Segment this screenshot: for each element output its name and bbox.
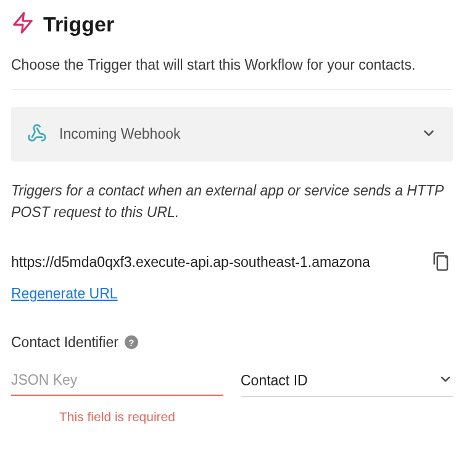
page-header: Trigger <box>11 11 453 37</box>
trigger-type-select[interactable]: Incoming Webhook <box>11 107 453 162</box>
copy-icon <box>432 263 450 274</box>
contact-identifier-label: Contact Identifier <box>11 334 118 351</box>
copy-url-button[interactable] <box>429 248 453 277</box>
help-icon[interactable]: ? <box>125 335 138 349</box>
svg-marker-0 <box>14 13 32 33</box>
contact-identifier-label-row: Contact Identifier ? <box>11 334 453 351</box>
page-title: Trigger <box>43 12 114 36</box>
id-type-value: Contact ID <box>241 372 308 389</box>
id-type-field-container: Contact ID <box>241 368 453 424</box>
divider <box>11 89 453 90</box>
trigger-description: Triggers for a contact when an external … <box>11 180 453 224</box>
json-key-error: This field is required <box>11 409 223 424</box>
chevron-down-icon <box>438 372 453 390</box>
page-subtitle: Choose the Trigger that will start this … <box>11 54 453 76</box>
webhook-icon <box>27 123 47 146</box>
trigger-type-label: Incoming Webhook <box>59 126 180 142</box>
webhook-url-row: https://d5mda0qxf3.execute-api.ap-southe… <box>11 248 453 277</box>
json-key-field-container: This field is required <box>11 368 223 424</box>
trigger-icon <box>11 11 35 37</box>
json-key-input[interactable] <box>11 368 223 396</box>
id-type-select[interactable]: Contact ID <box>241 368 453 397</box>
regenerate-url-link[interactable]: Regenerate URL <box>11 285 118 302</box>
chevron-down-icon <box>421 125 437 144</box>
webhook-url: https://d5mda0qxf3.execute-api.ap-southe… <box>11 254 425 271</box>
